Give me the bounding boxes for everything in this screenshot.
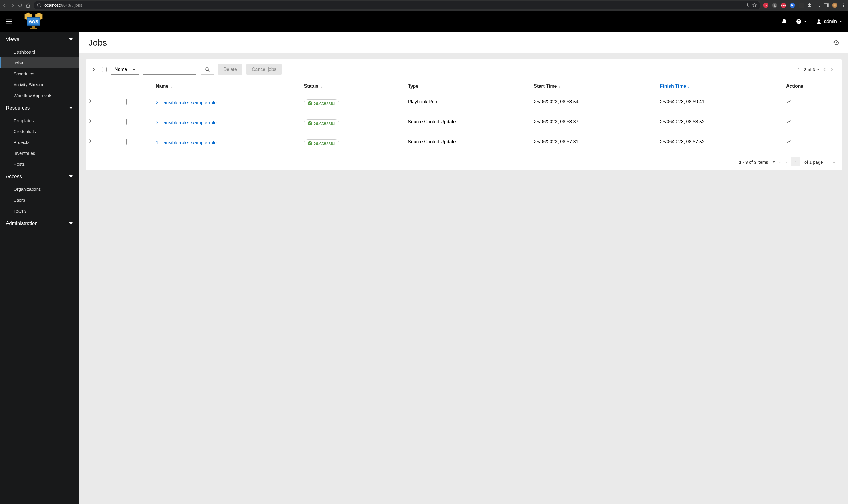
caret-down-icon[interactable] (772, 161, 775, 163)
extensions-icon[interactable] (807, 3, 812, 8)
items-count: 1 - 3 of 3 items (739, 160, 768, 165)
delete-button[interactable]: Delete (218, 64, 242, 75)
help-menu[interactable]: ? (796, 19, 807, 24)
svg-rect-4 (827, 3, 828, 7)
row-checkbox[interactable] (126, 99, 127, 105)
nav-section-header-access[interactable]: Access (0, 169, 78, 184)
menu-dots-icon[interactable] (841, 3, 846, 8)
job-link[interactable]: 1 – ansible-role-example-role (156, 140, 217, 145)
hamburger-icon[interactable] (6, 19, 12, 24)
profile-avatar-icon[interactable] (832, 3, 837, 8)
check-icon: ✓ (308, 141, 312, 145)
nav-section-header-administration[interactable]: Administration (0, 216, 78, 231)
relaunch-icon[interactable] (786, 99, 838, 105)
sidebar: Views Dashboard Jobs Schedules Activity … (0, 32, 79, 504)
svg-point-15 (818, 19, 820, 22)
column-finish-time[interactable]: Finish Time↓ (657, 79, 783, 93)
nav-section-header-views[interactable]: Views (0, 32, 78, 47)
row-checkbox[interactable] (126, 119, 127, 125)
page-title: Jobs (88, 38, 107, 48)
column-type: Type (405, 79, 531, 93)
relaunch-icon[interactable] (786, 119, 838, 125)
pagination-top: 1 - 3 of 3 (798, 67, 835, 72)
start-time: 25/06/2023, 08:57:31 (531, 133, 657, 154)
sidebar-item-jobs[interactable]: Jobs (0, 57, 78, 68)
search-icon (205, 67, 210, 72)
caret-down-icon (132, 69, 136, 70)
cancel-jobs-button[interactable]: Cancel jobs (247, 64, 282, 75)
column-status[interactable]: Status↕ (301, 79, 405, 93)
ext-icon-2[interactable]: ◎ (772, 3, 777, 8)
caret-down-icon[interactable] (817, 69, 820, 70)
panel-icon[interactable] (824, 3, 829, 8)
status-text: Successful (314, 101, 336, 106)
sidebar-item-projects[interactable]: Projects (0, 137, 78, 148)
history-icon[interactable] (833, 40, 839, 46)
finish-time: 25/06/2023, 08:59:41 (657, 93, 783, 113)
browser-chrome: localhost:8043/#/jobs m ◎ ABP R (0, 0, 848, 11)
next-page-icon[interactable] (829, 68, 835, 71)
finish-time: 25/06/2023, 08:57:52 (657, 133, 783, 154)
svg-rect-12 (30, 28, 37, 29)
sort-icon: ↕ (170, 84, 172, 89)
start-time: 25/06/2023, 08:58:37 (531, 113, 657, 133)
expand-all-icon[interactable] (92, 68, 98, 72)
sidebar-item-dashboard[interactable]: Dashboard (0, 47, 78, 57)
column-start-time[interactable]: Start Time↕ (531, 79, 657, 93)
username: admin (824, 19, 837, 24)
star-icon[interactable] (752, 3, 757, 8)
row-checkbox[interactable] (126, 139, 127, 145)
notifications-icon[interactable] (781, 19, 787, 24)
next-page-icon[interactable]: › (827, 160, 829, 165)
search-input[interactable] (143, 64, 196, 75)
ext-icon-abp[interactable]: ABP (781, 3, 786, 8)
sidebar-item-credentials[interactable]: Credentials (0, 126, 78, 137)
main-content: Jobs Name (79, 32, 848, 504)
sidebar-item-workflow-approvals[interactable]: Workflow Approvals (0, 90, 78, 101)
url-bar[interactable]: localhost:8043/#/jobs (34, 1, 760, 10)
reload-icon[interactable] (18, 3, 23, 8)
playlist-icon[interactable] (816, 3, 820, 8)
sidebar-item-users[interactable]: Users (0, 195, 78, 205)
select-all-checkbox[interactable] (102, 67, 107, 72)
sidebar-item-schedules[interactable]: Schedules (0, 68, 78, 79)
relaunch-icon[interactable] (786, 139, 838, 145)
back-icon[interactable] (2, 3, 7, 8)
url-host: localhost (43, 3, 60, 8)
share-icon[interactable] (745, 3, 750, 8)
user-menu[interactable]: admin (816, 19, 842, 24)
expand-row-icon[interactable] (89, 99, 120, 103)
sidebar-item-hosts[interactable]: Hosts (0, 159, 78, 169)
last-page-icon[interactable]: » (833, 160, 835, 165)
nav-section-header-resources[interactable]: Resources (0, 101, 78, 115)
prev-page-icon[interactable] (822, 68, 827, 71)
check-icon: ✓ (308, 101, 312, 105)
job-link[interactable]: 2 – ansible-role-example-role (156, 100, 217, 105)
nav-section-views: Views Dashboard Jobs Schedules Activity … (0, 32, 78, 101)
job-link[interactable]: 3 – ansible-role-example-role (156, 120, 217, 125)
page-number-input[interactable] (792, 158, 800, 166)
ext-icon-4[interactable] (798, 3, 804, 8)
sidebar-item-activity-stream[interactable]: Activity Stream (0, 79, 78, 90)
sidebar-item-teams[interactable]: Teams (0, 205, 78, 216)
ext-icon-3[interactable]: R (790, 3, 795, 8)
sidebar-item-templates[interactable]: Templates (0, 115, 78, 126)
user-icon (816, 19, 822, 24)
expand-row-icon[interactable] (89, 139, 120, 143)
awx-logo[interactable]: AWX (19, 12, 48, 31)
chevron-down-icon (69, 38, 73, 41)
first-page-icon[interactable]: « (779, 160, 782, 165)
forward-icon[interactable] (10, 3, 15, 8)
info-icon (37, 3, 41, 7)
prev-page-icon[interactable]: ‹ (786, 160, 787, 165)
filter-key-dropdown[interactable]: Name (111, 64, 139, 75)
page-total-label: of 1 page (805, 160, 823, 165)
home-icon[interactable] (25, 3, 31, 8)
sidebar-item-inventories[interactable]: Inventories (0, 148, 78, 159)
url-path: /#/jobs (70, 3, 82, 8)
expand-row-icon[interactable] (89, 119, 120, 123)
sidebar-item-organizations[interactable]: Organizations (0, 184, 78, 195)
column-name[interactable]: Name↕ (153, 79, 301, 93)
search-button[interactable] (200, 64, 214, 75)
ext-icon-1[interactable]: m (763, 3, 769, 8)
